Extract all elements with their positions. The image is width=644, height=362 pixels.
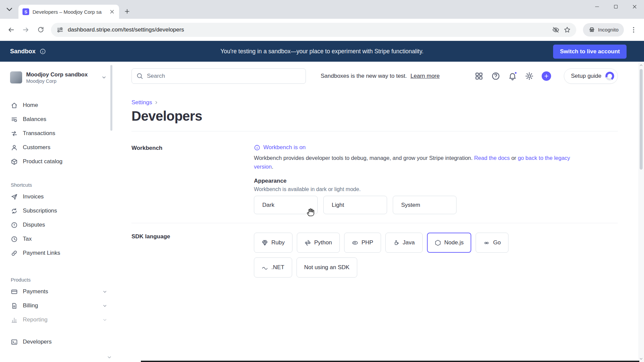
sdk-php-button[interactable]: PHP [344,233,381,253]
incognito-label: Incognito [598,27,619,33]
chevron-down-icon[interactable] [102,303,107,308]
sidebar-item-home[interactable]: Home [0,98,114,112]
forward-icon [22,26,30,34]
reload-button[interactable] [34,23,47,36]
tab-strip: S Developers – Moodjoy Corp sa [0,0,644,19]
site-settings-icon[interactable] [56,26,64,34]
top-icon-group [475,71,551,81]
close-window-button[interactable] [625,0,644,13]
sidebar-item-billing[interactable]: Billing [0,299,114,313]
browser-tab[interactable]: S Developers – Moodjoy Corp sa [18,5,119,19]
sidebar-item-disputes[interactable]: Disputes [0,218,114,232]
scrollbar-thumb[interactable] [640,69,643,170]
plus-icon [544,73,549,79]
sdk-ruby-button[interactable]: Ruby [254,233,292,253]
sdk-python-button[interactable]: Python [297,233,340,253]
mode-system-button[interactable]: System [393,196,457,214]
switch-to-live-button[interactable]: Switch to live account [553,45,627,59]
setup-progress-ring [605,72,614,80]
sidebar-scrollbar-thumb[interactable] [110,65,112,131]
apps-grid-icon [475,72,483,80]
sdk-option-label: .NET [271,264,284,271]
sidebar-item-label: Tax [23,236,32,242]
learn-more-link[interactable]: Learn more [411,73,440,79]
scroll-up-arrow[interactable] [638,62,644,68]
new-tab-button[interactable] [122,7,132,16]
breadcrumb-settings-link[interactable]: Settings [131,99,152,106]
billing-icon [11,302,18,309]
sidebar-item-developers[interactable]: Developers [0,335,114,349]
mode-dark-button[interactable]: Dark [254,196,318,214]
search-icon [136,72,143,79]
workbench-desc-text: Workbench provides developer tools to de… [254,155,474,161]
page-scrollbar[interactable] [638,62,644,362]
sidebar-item-label: Balances [23,116,46,123]
sidebar-item-tax[interactable]: Tax [0,232,114,246]
back-button[interactable] [5,23,17,36]
maximize-icon [613,4,619,9]
bookmark-star-icon[interactable] [564,26,571,34]
reload-icon [37,26,44,33]
developers-icon [11,339,18,346]
setup-guide-button[interactable]: Setup guide [564,68,618,84]
eye-off-icon[interactable] [552,26,559,34]
address-bar[interactable]: dashboard.stripe.com/test/settings/devel… [51,23,576,37]
account-switcher[interactable]: Moodjoy Corp sandbox Moodjoy Corp [0,70,114,85]
read-the-docs-link[interactable]: Read the docs [474,155,509,161]
url-text[interactable]: dashboard.stripe.com/test/settings/devel… [68,26,548,33]
account-name: Moodjoy Corp sandbox [26,71,97,78]
sdk-language-section: SDK language Ruby Python PHP [131,223,618,278]
minimize-icon [594,4,600,10]
forward-button[interactable] [19,23,32,36]
sidebar-item-payments[interactable]: Payments [0,285,114,299]
setup-guide-label: Setup guide [571,73,601,79]
maximize-button[interactable] [606,0,625,13]
sidebar-item-balances[interactable]: Balances [0,112,114,126]
browser-menu-button[interactable] [628,24,639,36]
browser-window: S Developers – Moodjoy Corp sa [0,0,644,362]
java-icon [393,240,399,246]
sdk-nodejs-button-selected[interactable]: Node.js [427,233,472,253]
mode-light-button[interactable]: Light [323,196,387,214]
settings-button[interactable] [525,72,534,80]
sidebar-scroll-down-icon[interactable] [107,355,112,360]
sidebar-item-invoices[interactable]: Invoices [0,190,114,204]
sdk-option-label: PHP [362,239,373,246]
minimize-button[interactable] [588,0,606,13]
sdk-dotnet-button[interactable]: .NET [254,257,292,278]
sidebar-item-reporting[interactable]: Reporting [0,313,114,327]
create-button[interactable] [542,71,551,81]
tab-title: Developers – Moodjoy Corp sa [33,9,106,15]
payments-icon [11,288,18,295]
search-input[interactable] [131,68,306,84]
sdk-go-button[interactable]: Go [476,233,508,253]
chevron-down-icon[interactable] [102,289,107,294]
sidebar-item-label: Product catalog [23,158,62,165]
products-section-label: Products [0,277,114,283]
workbench-status-link[interactable]: Workbench is on [254,144,618,151]
kebab-menu-icon [630,26,637,34]
workbench-section: Workbench Workbench is on Workbench prov… [131,131,618,214]
sdk-java-button[interactable]: Java [385,233,423,253]
chevron-down-icon [101,75,107,80]
customers-icon [11,144,18,151]
notifications-button[interactable] [508,72,517,80]
sidebar-item-label: Payment Links [23,250,60,256]
sidebar-item-payment-links[interactable]: Payment Links [0,246,114,260]
tab-close-icon[interactable] [109,9,115,15]
help-button[interactable] [491,72,500,80]
sidebar-item-transactions[interactable]: Transactions [0,126,114,140]
sdk-option-label: Ruby [271,239,285,246]
tab-search-button[interactable] [5,5,14,14]
sidebar-item-product-catalog[interactable]: Product catalog [0,155,114,169]
sidebar-item-subscriptions[interactable]: Subscriptions [0,204,114,218]
sidebar-item-customers[interactable]: Customers [0,140,114,155]
info-icon[interactable] [40,48,46,55]
incognito-badge[interactable]: Incognito [583,23,624,37]
apps-grid-button[interactable] [475,72,483,80]
chevron-down-icon[interactable] [102,317,107,322]
home-icon [11,102,18,109]
appearance-mode-group: Dark Light System [254,196,618,214]
sdk-none-button[interactable]: Not using an SDK [297,257,357,278]
app-body: Moodjoy Corp sandbox Moodjoy Corp Home B… [0,62,644,362]
